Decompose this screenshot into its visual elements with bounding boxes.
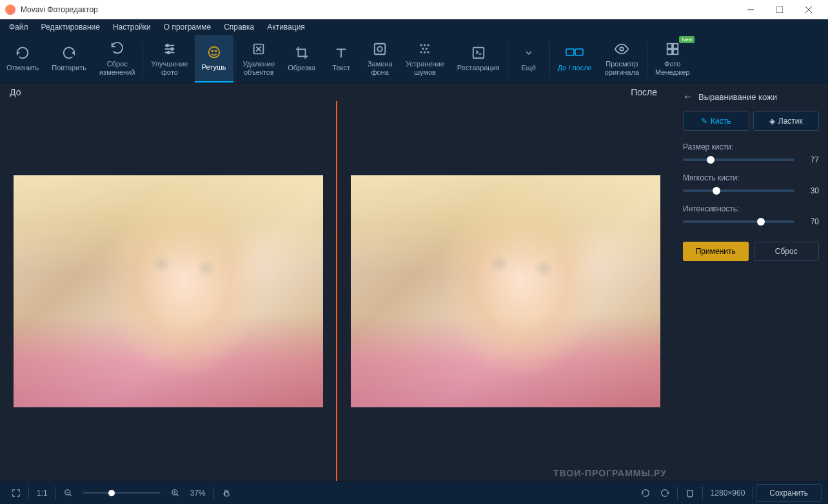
noise-button[interactable]: Устранение шумов [399,35,451,82]
svg-rect-25 [566,49,574,55]
svg-rect-29 [673,44,678,48]
zoom-in-button[interactable] [166,489,185,498]
svg-rect-23 [428,51,429,53]
window-title: Movavi Фоторедактор [21,5,736,14]
zoom-slider[interactable] [83,492,161,494]
restore-button[interactable]: Реставрация [451,35,506,82]
before-label: До [10,87,631,97]
canvas-area: До После [0,83,673,481]
redo-icon [62,44,76,61]
menu-edit[interactable]: Редактирование [35,20,106,34]
separator [235,41,235,76]
svg-rect-14 [375,44,386,55]
menu-help[interactable]: Справка [217,20,261,34]
brush-size-value: 77 [801,155,819,164]
reset-icon [110,41,124,57]
svg-line-36 [176,494,178,496]
brush-icon: ✎ [701,117,707,126]
restore-icon [471,44,486,61]
panel-title: Выравнивание кожи [698,92,777,102]
svg-rect-21 [420,51,422,53]
remove-objects-button[interactable]: Удаление объектов [237,35,282,82]
after-canvas[interactable] [337,101,673,481]
minimize-button[interactable] [736,1,765,19]
menu-activation[interactable]: Активация [261,20,311,34]
more-button[interactable]: Ещё [509,35,548,82]
softness-slider[interactable] [683,189,794,192]
sliders-icon [163,41,177,57]
reset-panel-button[interactable]: Сброс [754,242,820,261]
reset-button[interactable]: Сброс изменений [93,35,141,82]
compare-button[interactable]: До / после [551,35,598,82]
crop-button[interactable]: Обрезка [281,35,322,82]
svg-rect-1 [776,6,783,13]
enhance-button[interactable]: Улучшение фото [144,35,194,82]
delete-button[interactable] [680,489,700,498]
text-button[interactable]: Текст [322,35,360,82]
separator [508,41,508,76]
eraser-tab[interactable]: ◈ Ластик [753,111,820,131]
before-canvas[interactable] [0,101,336,481]
svg-point-7 [166,44,169,46]
svg-rect-30 [667,50,671,54]
chevron-down-icon [524,44,534,61]
softness-value: 30 [801,186,819,195]
menubar: Файл Редактирование Настройки О программ… [0,19,828,35]
gallery-icon [665,41,680,57]
svg-point-9 [167,51,170,53]
menu-about[interactable]: О программе [157,20,217,34]
noise-icon [418,41,432,57]
app-icon [5,5,15,15]
statusbar: 1:1 37% 1280×960 Сохранить [0,481,828,504]
fit-button[interactable]: 1:1 [32,489,53,498]
rotate-left-button[interactable] [636,489,655,498]
new-badge: New [679,36,695,43]
face-icon [207,44,221,61]
after-image [351,175,660,407]
intensity-slider[interactable] [683,220,794,223]
fullscreen-button[interactable] [6,489,26,498]
svg-rect-28 [667,44,671,48]
intensity-value: 70 [801,217,819,226]
svg-rect-16 [420,44,422,46]
undo-icon [15,44,30,61]
compare-icon [566,44,584,61]
pan-button[interactable] [217,489,236,498]
back-arrow-icon[interactable]: ← [683,91,693,102]
side-panel: ← Выравнивание кожи ✎ Кисть ◈ Ластик Раз… [673,83,828,481]
maximize-button[interactable] [765,1,794,19]
eraser-icon: ◈ [769,117,775,126]
toolbar: Отменить Повторить Сброс изменений Улучш… [0,35,828,83]
brush-size-slider[interactable] [683,159,794,161]
redo-button[interactable]: Повторить [45,35,93,82]
photo-manager-button[interactable]: New Фото Менеджер [649,35,696,82]
svg-point-12 [215,51,216,52]
zoom-out-button[interactable] [59,489,78,498]
crop-icon [295,44,309,61]
view-original-button[interactable]: Просмотр оригинала [598,35,646,82]
svg-line-33 [69,494,71,496]
svg-rect-20 [426,48,428,50]
menu-file[interactable]: Файл [3,20,35,34]
apply-button[interactable]: Применить [683,242,749,261]
separator [143,41,143,76]
zoom-value: 37% [185,489,211,498]
svg-point-11 [212,51,213,52]
save-button[interactable]: Сохранить [756,484,822,502]
undo-button[interactable]: Отменить [0,35,45,82]
rotate-right-button[interactable] [655,489,675,498]
retouch-button[interactable]: Ретушь [195,35,233,82]
background-icon [373,41,387,57]
remove-icon [251,41,266,57]
brush-tab[interactable]: ✎ Кисть [683,111,749,131]
intensity-label: Интенсивность: [683,204,819,213]
text-icon [334,44,348,61]
brush-size-label: Размер кисти: [683,142,819,151]
close-button[interactable] [794,1,823,19]
svg-point-8 [171,48,173,50]
menu-settings[interactable]: Настройки [106,20,157,34]
svg-rect-26 [575,49,583,55]
svg-rect-19 [422,48,424,50]
svg-point-15 [378,46,382,51]
background-button[interactable]: Замена фона [360,35,399,82]
